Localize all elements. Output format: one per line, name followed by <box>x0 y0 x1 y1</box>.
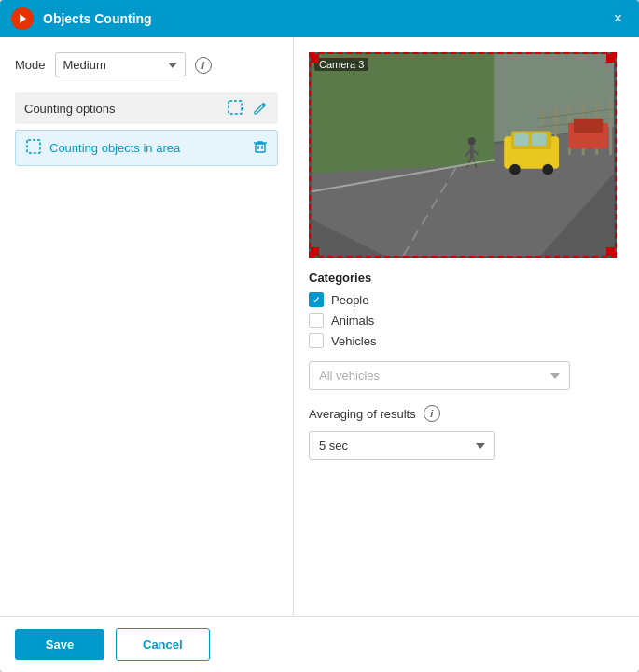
checkbox-animals[interactable] <box>309 313 324 328</box>
label-animals: Animals <box>331 314 374 328</box>
averaging-row: Averaging of results i <box>309 405 624 422</box>
category-row-people: People <box>309 292 624 307</box>
svg-rect-5 <box>256 144 265 152</box>
counting-options-label: Counting options <box>24 102 116 116</box>
svg-rect-20 <box>514 133 529 146</box>
category-row-animals: Animals <box>309 313 624 328</box>
save-button[interactable]: Save <box>15 629 104 660</box>
corner-br <box>606 247 616 257</box>
averaging-label: Averaging of results <box>309 407 416 421</box>
categories-title: Categories <box>309 271 624 285</box>
delete-area-icon[interactable] <box>253 139 268 157</box>
road-scene <box>311 54 615 256</box>
mode-row: Mode Medium Low High i <box>15 52 278 77</box>
mode-select[interactable]: Medium Low High <box>55 52 186 77</box>
counting-options-row: Counting options <box>15 92 278 124</box>
svg-rect-4 <box>27 140 40 153</box>
svg-point-26 <box>468 137 476 145</box>
svg-rect-15 <box>609 100 612 155</box>
category-row-vehicles: Vehicles <box>309 333 624 348</box>
right-panel: Camera 3 <box>294 37 639 616</box>
mode-label: Mode <box>15 58 46 72</box>
categories-section: Categories People Animals Vehicles <box>309 271 624 348</box>
cancel-button[interactable]: Cancel <box>116 628 210 661</box>
dialog-title: Objects Counting <box>43 11 608 26</box>
svg-rect-21 <box>532 133 547 146</box>
edit-area-icon[interactable] <box>252 100 269 117</box>
camera-label: Camera 3 <box>314 58 368 71</box>
label-people: People <box>331 293 368 307</box>
vehicles-dropdown[interactable]: All vehicles Cars Trucks Motorcycles <box>309 361 570 390</box>
label-vehicles: Vehicles <box>331 334 376 348</box>
averaging-info-icon[interactable]: i <box>424 405 440 422</box>
svg-rect-1 <box>229 101 242 114</box>
corner-tl <box>310 53 319 63</box>
averaging-select[interactable]: 1 sec 3 sec 5 sec 10 sec 30 sec <box>309 431 495 460</box>
svg-point-23 <box>542 164 553 175</box>
app-icon <box>11 7 34 30</box>
svg-point-22 <box>509 164 521 175</box>
area-item[interactable]: Counting objects in area <box>15 130 278 166</box>
checkbox-people[interactable] <box>309 292 324 307</box>
titlebar: Objects Counting × <box>0 0 639 37</box>
svg-marker-0 <box>20 14 26 23</box>
area-item-label: Counting objects in area <box>49 141 253 155</box>
counting-options-icons <box>228 100 269 117</box>
content-area: Mode Medium Low High i Counting options <box>0 37 639 616</box>
corner-bl <box>310 247 319 257</box>
dialog-container: Objects Counting × Mode Medium Low High … <box>0 0 639 672</box>
mode-info-icon[interactable]: i <box>195 57 212 74</box>
svg-rect-27 <box>470 145 474 160</box>
footer: Save Cancel <box>0 616 639 672</box>
add-area-icon[interactable] <box>228 100 244 117</box>
corner-tr <box>606 53 616 63</box>
svg-rect-25 <box>574 119 603 133</box>
checkbox-vehicles[interactable] <box>309 333 324 348</box>
left-panel: Mode Medium Low High i Counting options <box>0 37 294 616</box>
area-icon <box>25 138 42 158</box>
camera-view: Camera 3 <box>309 52 617 258</box>
close-button[interactable]: × <box>608 7 628 31</box>
